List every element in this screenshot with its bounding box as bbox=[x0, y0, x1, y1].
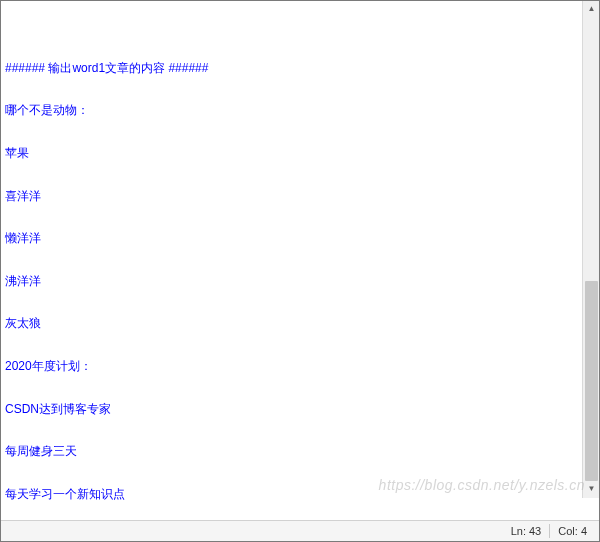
col-label: Col: bbox=[558, 525, 578, 537]
output-line: 喜洋洋 bbox=[5, 189, 578, 203]
output-line: 苹果 bbox=[5, 146, 578, 160]
scroll-up-button[interactable]: ▲ bbox=[583, 1, 599, 18]
line-indicator: Ln: 43 bbox=[505, 525, 548, 537]
output-line: 沸洋洋 bbox=[5, 274, 578, 288]
output-line: 懒洋洋 bbox=[5, 231, 578, 245]
output-line: 2020年度计划： bbox=[5, 359, 578, 373]
scroll-thumb[interactable] bbox=[585, 281, 598, 481]
editor-window: ###### 输出word1文章的内容 ###### 哪个不是动物： 苹果 喜洋… bbox=[0, 0, 600, 542]
ln-label: Ln: bbox=[511, 525, 526, 537]
status-separator bbox=[549, 524, 550, 538]
output-line: 每周健身三天 bbox=[5, 444, 578, 458]
col-value: 4 bbox=[581, 525, 587, 537]
content-wrap: ###### 输出word1文章的内容 ###### 哪个不是动物： 苹果 喜洋… bbox=[5, 32, 595, 520]
output-line: CSDN达到博客专家 bbox=[5, 402, 578, 416]
section-header: ###### 输出word1文章的内容 ###### bbox=[5, 61, 578, 75]
ln-value: 43 bbox=[529, 525, 541, 537]
vertical-scrollbar[interactable]: ▲ ▼ bbox=[582, 1, 599, 498]
status-right-group: Ln: 43 Col: 4 bbox=[505, 524, 593, 538]
shell-output-area[interactable]: ###### 输出word1文章的内容 ###### 哪个不是动物： 苹果 喜洋… bbox=[1, 1, 599, 520]
output-line: 哪个不是动物： bbox=[5, 103, 578, 117]
chevron-up-icon: ▲ bbox=[588, 2, 596, 16]
output-line: 灰太狼 bbox=[5, 316, 578, 330]
chevron-down-icon: ▼ bbox=[588, 482, 596, 496]
column-indicator: Col: 4 bbox=[552, 525, 593, 537]
status-bar: Ln: 43 Col: 4 bbox=[1, 520, 599, 541]
scroll-down-button[interactable]: ▼ bbox=[583, 481, 599, 498]
output-line: 每天学习一个新知识点 bbox=[5, 487, 578, 501]
